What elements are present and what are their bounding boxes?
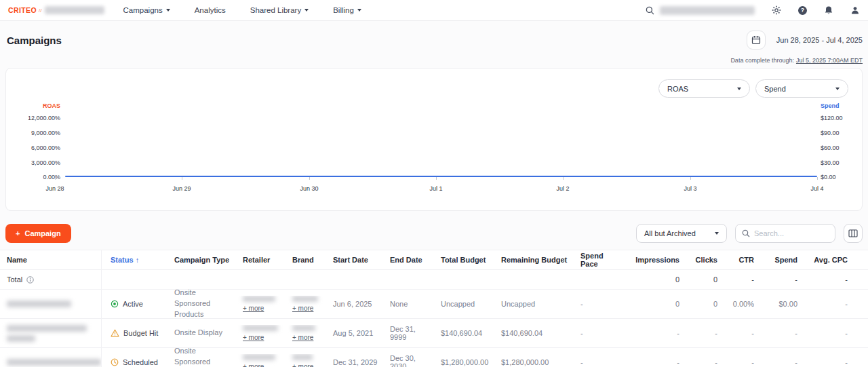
left-metric-select[interactable]: ROAS: [658, 79, 750, 98]
page-title: Campaigns: [7, 35, 62, 46]
chevron-down-icon: [357, 9, 361, 12]
active-status-icon: [111, 300, 119, 308]
retailer-redacted: [243, 296, 275, 302]
campaign-type: Onsite Sponsored Products: [165, 346, 234, 367]
start-date: Dec 31, 2029: [324, 358, 381, 366]
table-row[interactable]: Active Onsite Sponsored Products + more …: [0, 290, 868, 319]
nav-item-campaigns[interactable]: Campaigns: [123, 6, 170, 14]
nav-item-analytics[interactable]: Analytics: [195, 6, 226, 14]
spend-pace: -: [572, 358, 618, 366]
search-input[interactable]: [754, 229, 829, 237]
col-impressions[interactable]: Impressions: [618, 256, 679, 264]
total-budget: $1,280,000.00: [432, 358, 492, 366]
warning-icon: [111, 329, 119, 337]
campaign-name-redacted[interactable]: [7, 325, 87, 332]
total-clicks: 0: [679, 275, 717, 284]
account-name-redacted[interactable]: [45, 6, 104, 14]
brand-redacted: [292, 325, 315, 331]
calendar-icon: [751, 35, 761, 45]
new-campaign-button[interactable]: + Campaign: [5, 224, 71, 243]
total-impressions: 0: [618, 275, 679, 284]
ctr: -: [717, 329, 754, 337]
spend-series-line: [65, 176, 817, 177]
table-search[interactable]: [735, 224, 835, 243]
retailer-more-link[interactable]: + more: [243, 363, 264, 367]
brand-more-link[interactable]: + more: [292, 305, 313, 312]
retailer-more-link[interactable]: + more: [243, 334, 264, 341]
status-label: Active: [123, 300, 143, 308]
col-end-date[interactable]: End Date: [381, 256, 432, 264]
data-complete-link[interactable]: Jul 5, 2025 7:00AM EDT: [796, 57, 863, 64]
chevron-down-icon: [304, 9, 309, 12]
col-avg-cpc[interactable]: Avg. CPC: [797, 256, 868, 264]
table-row[interactable]: Scheduled Onsite Sponsored Products + mo…: [0, 348, 868, 367]
x-tick: Jun 28: [35, 185, 75, 192]
start-date: Jun 6, 2025: [324, 300, 381, 308]
campaign-name-redacted[interactable]: [7, 359, 101, 366]
performance-chart-card: ROAS Spend ROAS Spend 12,000.00% 9,000.0…: [5, 68, 863, 211]
retailer-more-link[interactable]: + more: [243, 305, 264, 312]
calendar-button[interactable]: [747, 31, 766, 50]
end-date: Dec 30, 2030: [381, 354, 432, 367]
help-icon[interactable]: ?: [798, 6, 807, 15]
bell-icon[interactable]: [824, 5, 833, 15]
main-nav: Campaigns Analytics Shared Library Billi…: [123, 6, 361, 14]
col-spend[interactable]: Spend: [754, 256, 797, 264]
top-nav: CRITEO // Campaigns Analytics Shared Lib…: [0, 0, 868, 21]
col-start-date[interactable]: Start Date: [324, 256, 381, 264]
col-total-budget[interactable]: Total Budget: [432, 256, 492, 264]
total-ctr: -: [717, 275, 754, 284]
brand-cell: + more: [283, 296, 324, 312]
campaigns-table: Name Status ↑ Campaign Type Retailer Bra…: [0, 250, 868, 367]
retailer-cell: + more: [234, 325, 283, 341]
clock-icon: [111, 358, 119, 366]
end-date: Dec 31, 9999: [381, 325, 432, 341]
col-retailer[interactable]: Retailer: [234, 256, 283, 264]
table-row[interactable]: Budget Hit Onsite Display + more + more …: [0, 319, 868, 348]
clicks: -: [679, 329, 717, 337]
user-icon[interactable]: [850, 5, 860, 15]
info-icon[interactable]: [26, 276, 34, 284]
columns-icon: [848, 229, 858, 237]
col-status[interactable]: Status ↑: [102, 256, 165, 264]
col-clicks[interactable]: Clicks: [679, 256, 717, 264]
brand-cell: + more: [283, 325, 324, 341]
status-label: Scheduled: [123, 358, 158, 366]
campaign-name-redacted[interactable]: [7, 301, 71, 307]
end-date: None: [381, 300, 432, 308]
col-brand[interactable]: Brand: [283, 256, 324, 264]
avg-cpc: -: [797, 358, 868, 366]
date-range-value[interactable]: Jun 28, 2025 - Jul 4, 2025: [776, 36, 863, 44]
logo-suffix: //: [39, 7, 41, 14]
brand-more-link[interactable]: + more: [292, 334, 313, 341]
retailer-redacted: [243, 354, 275, 360]
clicks: 0: [679, 300, 717, 308]
right-metric-select[interactable]: Spend: [755, 79, 848, 98]
avg-cpc: -: [797, 300, 868, 308]
spend-pace: -: [572, 329, 618, 337]
col-ctr[interactable]: CTR: [717, 256, 754, 264]
impressions: 0: [618, 300, 679, 308]
nav-item-billing[interactable]: Billing: [333, 6, 361, 14]
status-filter-select[interactable]: All but Archived: [636, 224, 727, 243]
total-budget: Uncapped: [432, 300, 492, 308]
col-name[interactable]: Name: [0, 250, 102, 269]
nav-item-shared-library[interactable]: Shared Library: [250, 6, 309, 14]
right-axis-label: Spend: [821, 102, 840, 109]
col-campaign-type[interactable]: Campaign Type: [165, 256, 234, 264]
total-avg-cpc: -: [797, 275, 868, 284]
x-tick: Jul 4: [797, 185, 837, 192]
total-row: Total 0 0 - - -: [0, 270, 868, 290]
impressions: -: [618, 329, 679, 337]
columns-config-button[interactable]: [844, 224, 863, 243]
col-spend-pace[interactable]: Spend Pace: [572, 252, 618, 268]
global-search[interactable]: [646, 6, 755, 15]
left-axis-label: ROAS: [43, 102, 60, 109]
status-label: Budget Hit: [123, 329, 158, 337]
right-tick: $120.00: [821, 115, 843, 121]
x-tick: Jul 2: [542, 185, 583, 192]
brand-more-link[interactable]: + more: [292, 363, 313, 367]
right-tick: $30.00: [821, 159, 840, 166]
gear-icon[interactable]: [772, 5, 781, 15]
col-remaining-budget[interactable]: Remaining Budget: [492, 256, 572, 264]
